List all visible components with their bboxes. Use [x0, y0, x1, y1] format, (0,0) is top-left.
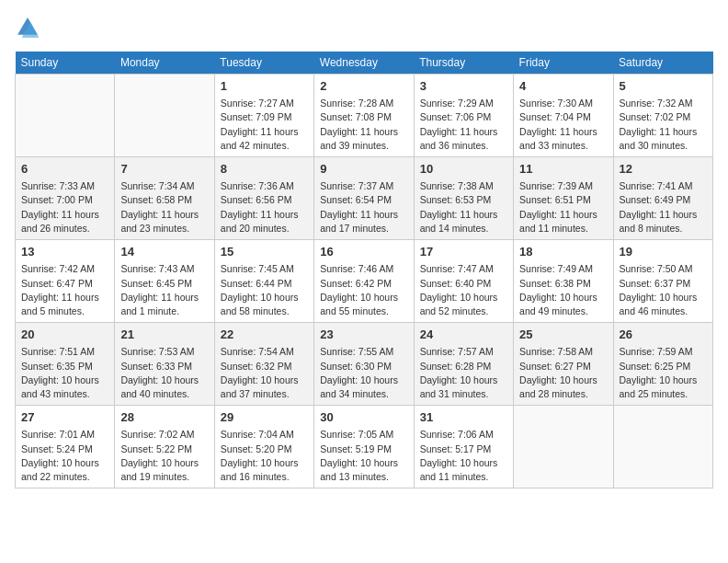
day-number: 31 [420, 409, 507, 426]
day-number: 7 [120, 161, 208, 178]
weekday-header-cell: Wednesday [314, 52, 414, 75]
day-info: Sunrise: 7:29 AM Sunset: 7:06 PM Dayligh… [420, 97, 507, 153]
calendar-cell: 13Sunrise: 7:42 AM Sunset: 6:47 PM Dayli… [16, 240, 115, 323]
day-info: Sunrise: 7:58 AM Sunset: 6:27 PM Dayligh… [519, 345, 607, 401]
weekday-header-cell: Sunday [16, 52, 115, 75]
day-number: 22 [221, 327, 308, 343]
day-info: Sunrise: 7:46 AM Sunset: 6:42 PM Dayligh… [320, 262, 407, 318]
calendar-cell [115, 75, 214, 157]
day-info: Sunrise: 7:42 AM Sunset: 6:47 PM Dayligh… [21, 262, 108, 318]
calendar-cell [514, 406, 613, 488]
day-info: Sunrise: 7:54 AM Sunset: 6:32 PM Dayligh… [221, 345, 308, 401]
calendar-cell: 7Sunrise: 7:34 AM Sunset: 6:58 PM Daylig… [115, 157, 214, 240]
day-info: Sunrise: 7:49 AM Sunset: 6:38 PM Dayligh… [519, 262, 607, 318]
day-info: Sunrise: 7:38 AM Sunset: 6:53 PM Dayligh… [420, 179, 507, 236]
day-info: Sunrise: 7:36 AM Sunset: 6:56 PM Dayligh… [221, 179, 308, 236]
day-info: Sunrise: 7:27 AM Sunset: 7:09 PM Dayligh… [221, 97, 308, 153]
day-number: 30 [320, 409, 407, 426]
calendar-week-row: 6Sunrise: 7:33 AM Sunset: 7:00 PM Daylig… [16, 157, 713, 240]
calendar-cell: 16Sunrise: 7:46 AM Sunset: 6:42 PM Dayli… [314, 240, 414, 323]
calendar-cell: 31Sunrise: 7:06 AM Sunset: 5:17 PM Dayli… [414, 406, 513, 488]
weekday-header-cell: Monday [115, 52, 214, 75]
day-number: 18 [519, 244, 607, 260]
calendar-cell: 19Sunrise: 7:50 AM Sunset: 6:37 PM Dayli… [613, 240, 712, 323]
day-number: 25 [519, 327, 607, 343]
calendar-cell: 24Sunrise: 7:57 AM Sunset: 6:28 PM Dayli… [414, 323, 513, 406]
calendar-cell: 18Sunrise: 7:49 AM Sunset: 6:38 PM Dayli… [514, 240, 613, 323]
calendar-cell: 22Sunrise: 7:54 AM Sunset: 6:32 PM Dayli… [214, 323, 313, 406]
day-number: 19 [620, 244, 707, 260]
day-info: Sunrise: 7:32 AM Sunset: 7:02 PM Dayligh… [620, 97, 707, 153]
day-info: Sunrise: 7:06 AM Sunset: 5:17 PM Dayligh… [420, 428, 507, 484]
day-number: 24 [420, 327, 507, 343]
calendar-cell: 28Sunrise: 7:02 AM Sunset: 5:22 PM Dayli… [115, 406, 214, 488]
logo-icon [15, 15, 40, 40]
day-info: Sunrise: 7:34 AM Sunset: 6:58 PM Dayligh… [120, 179, 208, 236]
weekday-header-cell: Tuesday [214, 52, 313, 75]
day-number: 1 [221, 78, 308, 95]
calendar-cell: 20Sunrise: 7:51 AM Sunset: 6:35 PM Dayli… [16, 323, 115, 406]
day-number: 28 [120, 409, 208, 426]
page-header [15, 15, 713, 40]
calendar-cell: 8Sunrise: 7:36 AM Sunset: 6:56 PM Daylig… [214, 157, 313, 240]
calendar-cell: 9Sunrise: 7:37 AM Sunset: 6:54 PM Daylig… [314, 157, 414, 240]
day-info: Sunrise: 7:01 AM Sunset: 5:24 PM Dayligh… [21, 428, 108, 484]
day-number: 23 [320, 327, 407, 343]
day-number: 5 [620, 78, 707, 95]
calendar-cell: 11Sunrise: 7:39 AM Sunset: 6:51 PM Dayli… [514, 157, 613, 240]
calendar-cell: 14Sunrise: 7:43 AM Sunset: 6:45 PM Dayli… [115, 240, 214, 323]
calendar-cell: 2Sunrise: 7:28 AM Sunset: 7:08 PM Daylig… [314, 75, 414, 157]
calendar-week-row: 20Sunrise: 7:51 AM Sunset: 6:35 PM Dayli… [16, 323, 713, 406]
day-number: 10 [420, 161, 507, 178]
day-info: Sunrise: 7:41 AM Sunset: 6:49 PM Dayligh… [620, 179, 707, 236]
day-info: Sunrise: 7:04 AM Sunset: 5:20 PM Dayligh… [221, 428, 308, 484]
day-number: 15 [221, 244, 308, 260]
weekday-header-row: SundayMondayTuesdayWednesdayThursdayFrid… [16, 52, 713, 75]
calendar-cell: 27Sunrise: 7:01 AM Sunset: 5:24 PM Dayli… [16, 406, 115, 488]
day-number: 13 [21, 244, 108, 260]
day-info: Sunrise: 7:51 AM Sunset: 6:35 PM Dayligh… [21, 345, 108, 401]
calendar-cell: 26Sunrise: 7:59 AM Sunset: 6:25 PM Dayli… [613, 323, 712, 406]
day-info: Sunrise: 7:47 AM Sunset: 6:40 PM Dayligh… [420, 262, 507, 318]
calendar-cell: 29Sunrise: 7:04 AM Sunset: 5:20 PM Dayli… [214, 406, 313, 488]
day-info: Sunrise: 7:55 AM Sunset: 6:30 PM Dayligh… [320, 345, 407, 401]
calendar-table: SundayMondayTuesdayWednesdayThursdayFrid… [15, 52, 713, 488]
calendar-week-row: 27Sunrise: 7:01 AM Sunset: 5:24 PM Dayli… [16, 406, 713, 488]
calendar-cell: 4Sunrise: 7:30 AM Sunset: 7:04 PM Daylig… [514, 75, 613, 157]
day-info: Sunrise: 7:59 AM Sunset: 6:25 PM Dayligh… [620, 345, 707, 401]
day-number: 8 [221, 161, 308, 178]
day-info: Sunrise: 7:02 AM Sunset: 5:22 PM Dayligh… [120, 428, 208, 484]
calendar-cell: 17Sunrise: 7:47 AM Sunset: 6:40 PM Dayli… [414, 240, 513, 323]
calendar-cell: 21Sunrise: 7:53 AM Sunset: 6:33 PM Dayli… [115, 323, 214, 406]
day-number: 26 [620, 327, 707, 343]
day-info: Sunrise: 7:43 AM Sunset: 6:45 PM Dayligh… [120, 262, 208, 318]
calendar-cell: 25Sunrise: 7:58 AM Sunset: 6:27 PM Dayli… [514, 323, 613, 406]
calendar-cell [16, 75, 115, 157]
logo [15, 15, 44, 40]
calendar-week-row: 13Sunrise: 7:42 AM Sunset: 6:47 PM Dayli… [16, 240, 713, 323]
day-number: 21 [120, 327, 208, 343]
calendar-week-row: 1Sunrise: 7:27 AM Sunset: 7:09 PM Daylig… [16, 75, 713, 157]
calendar-cell: 15Sunrise: 7:45 AM Sunset: 6:44 PM Dayli… [214, 240, 313, 323]
calendar-cell: 5Sunrise: 7:32 AM Sunset: 7:02 PM Daylig… [613, 75, 712, 157]
day-number: 12 [620, 161, 707, 178]
calendar-cell [613, 406, 712, 488]
day-number: 29 [221, 409, 308, 426]
day-number: 17 [420, 244, 507, 260]
weekday-header-cell: Friday [514, 52, 613, 75]
day-number: 3 [420, 78, 507, 95]
day-number: 27 [21, 409, 108, 426]
day-number: 4 [519, 78, 607, 95]
day-number: 20 [21, 327, 108, 343]
day-info: Sunrise: 7:50 AM Sunset: 6:37 PM Dayligh… [620, 262, 707, 318]
day-number: 9 [320, 161, 407, 178]
day-info: Sunrise: 7:33 AM Sunset: 7:00 PM Dayligh… [21, 179, 108, 236]
day-info: Sunrise: 7:39 AM Sunset: 6:51 PM Dayligh… [519, 179, 607, 236]
day-number: 14 [120, 244, 208, 260]
day-number: 6 [21, 161, 108, 178]
day-number: 2 [320, 78, 407, 95]
day-info: Sunrise: 7:05 AM Sunset: 5:19 PM Dayligh… [320, 428, 407, 484]
calendar-cell: 1Sunrise: 7:27 AM Sunset: 7:09 PM Daylig… [214, 75, 313, 157]
day-number: 16 [320, 244, 407, 260]
day-info: Sunrise: 7:30 AM Sunset: 7:04 PM Dayligh… [519, 97, 607, 153]
